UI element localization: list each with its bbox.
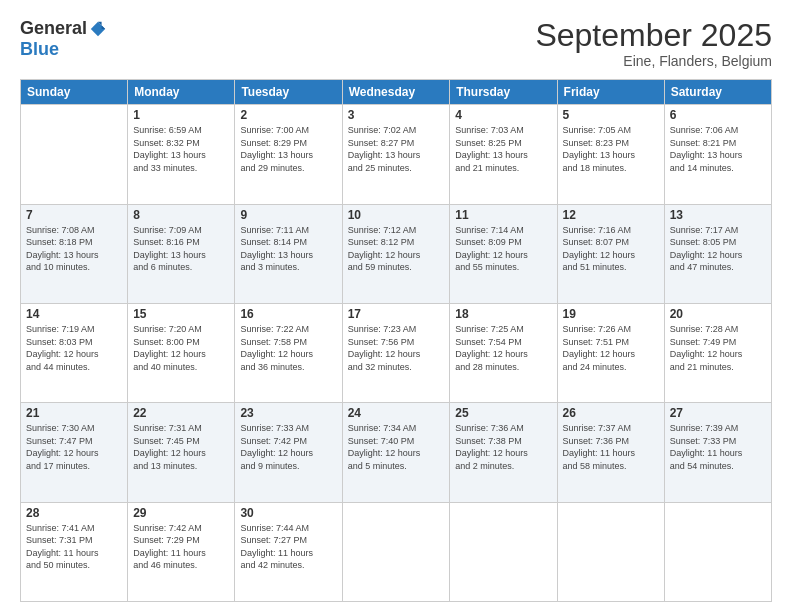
day-cell: 15Sunrise: 7:20 AM Sunset: 8:00 PM Dayli… <box>128 303 235 402</box>
day-cell: 29Sunrise: 7:42 AM Sunset: 7:29 PM Dayli… <box>128 502 235 601</box>
day-cell: 23Sunrise: 7:33 AM Sunset: 7:42 PM Dayli… <box>235 403 342 502</box>
day-number: 21 <box>26 406 122 420</box>
day-cell: 11Sunrise: 7:14 AM Sunset: 8:09 PM Dayli… <box>450 204 557 303</box>
day-number: 11 <box>455 208 551 222</box>
day-number: 1 <box>133 108 229 122</box>
day-info: Sunrise: 7:23 AM Sunset: 7:56 PM Dayligh… <box>348 323 445 373</box>
day-number: 3 <box>348 108 445 122</box>
day-number: 29 <box>133 506 229 520</box>
day-cell <box>664 502 771 601</box>
day-info: Sunrise: 7:41 AM Sunset: 7:31 PM Dayligh… <box>26 522 122 572</box>
day-number: 25 <box>455 406 551 420</box>
week-row-1: 1Sunrise: 6:59 AM Sunset: 8:32 PM Daylig… <box>21 105 772 204</box>
day-cell: 18Sunrise: 7:25 AM Sunset: 7:54 PM Dayli… <box>450 303 557 402</box>
day-info: Sunrise: 7:16 AM Sunset: 8:07 PM Dayligh… <box>563 224 659 274</box>
day-number: 26 <box>563 406 659 420</box>
title-block: September 2025 Eine, Flanders, Belgium <box>535 18 772 69</box>
day-info: Sunrise: 7:22 AM Sunset: 7:58 PM Dayligh… <box>240 323 336 373</box>
day-cell: 28Sunrise: 7:41 AM Sunset: 7:31 PM Dayli… <box>21 502 128 601</box>
logo: General Blue <box>20 18 107 60</box>
day-cell: 7Sunrise: 7:08 AM Sunset: 8:18 PM Daylig… <box>21 204 128 303</box>
col-saturday: Saturday <box>664 80 771 105</box>
logo-icon <box>89 20 107 38</box>
week-row-5: 28Sunrise: 7:41 AM Sunset: 7:31 PM Dayli… <box>21 502 772 601</box>
week-row-2: 7Sunrise: 7:08 AM Sunset: 8:18 PM Daylig… <box>21 204 772 303</box>
day-number: 6 <box>670 108 766 122</box>
week-row-3: 14Sunrise: 7:19 AM Sunset: 8:03 PM Dayli… <box>21 303 772 402</box>
day-info: Sunrise: 7:31 AM Sunset: 7:45 PM Dayligh… <box>133 422 229 472</box>
day-cell: 1Sunrise: 6:59 AM Sunset: 8:32 PM Daylig… <box>128 105 235 204</box>
day-info: Sunrise: 7:33 AM Sunset: 7:42 PM Dayligh… <box>240 422 336 472</box>
day-info: Sunrise: 7:06 AM Sunset: 8:21 PM Dayligh… <box>670 124 766 174</box>
day-cell: 5Sunrise: 7:05 AM Sunset: 8:23 PM Daylig… <box>557 105 664 204</box>
day-info: Sunrise: 7:05 AM Sunset: 8:23 PM Dayligh… <box>563 124 659 174</box>
day-number: 12 <box>563 208 659 222</box>
day-cell: 25Sunrise: 7:36 AM Sunset: 7:38 PM Dayli… <box>450 403 557 502</box>
day-cell: 4Sunrise: 7:03 AM Sunset: 8:25 PM Daylig… <box>450 105 557 204</box>
col-monday: Monday <box>128 80 235 105</box>
week-row-4: 21Sunrise: 7:30 AM Sunset: 7:47 PM Dayli… <box>21 403 772 502</box>
day-cell: 22Sunrise: 7:31 AM Sunset: 7:45 PM Dayli… <box>128 403 235 502</box>
day-info: Sunrise: 7:03 AM Sunset: 8:25 PM Dayligh… <box>455 124 551 174</box>
day-cell: 10Sunrise: 7:12 AM Sunset: 8:12 PM Dayli… <box>342 204 450 303</box>
day-cell: 17Sunrise: 7:23 AM Sunset: 7:56 PM Dayli… <box>342 303 450 402</box>
col-friday: Friday <box>557 80 664 105</box>
day-number: 20 <box>670 307 766 321</box>
day-number: 2 <box>240 108 336 122</box>
day-number: 7 <box>26 208 122 222</box>
day-info: Sunrise: 7:37 AM Sunset: 7:36 PM Dayligh… <box>563 422 659 472</box>
day-info: Sunrise: 7:17 AM Sunset: 8:05 PM Dayligh… <box>670 224 766 274</box>
day-cell: 6Sunrise: 7:06 AM Sunset: 8:21 PM Daylig… <box>664 105 771 204</box>
day-cell: 24Sunrise: 7:34 AM Sunset: 7:40 PM Dayli… <box>342 403 450 502</box>
day-info: Sunrise: 7:30 AM Sunset: 7:47 PM Dayligh… <box>26 422 122 472</box>
day-cell: 14Sunrise: 7:19 AM Sunset: 8:03 PM Dayli… <box>21 303 128 402</box>
day-cell: 8Sunrise: 7:09 AM Sunset: 8:16 PM Daylig… <box>128 204 235 303</box>
day-cell: 19Sunrise: 7:26 AM Sunset: 7:51 PM Dayli… <box>557 303 664 402</box>
day-cell: 30Sunrise: 7:44 AM Sunset: 7:27 PM Dayli… <box>235 502 342 601</box>
day-number: 22 <box>133 406 229 420</box>
page: General Blue September 2025 Eine, Flande… <box>0 0 792 612</box>
day-number: 28 <box>26 506 122 520</box>
day-info: Sunrise: 7:34 AM Sunset: 7:40 PM Dayligh… <box>348 422 445 472</box>
day-cell: 21Sunrise: 7:30 AM Sunset: 7:47 PM Dayli… <box>21 403 128 502</box>
calendar-header-row: Sunday Monday Tuesday Wednesday Thursday… <box>21 80 772 105</box>
day-info: Sunrise: 6:59 AM Sunset: 8:32 PM Dayligh… <box>133 124 229 174</box>
day-info: Sunrise: 7:14 AM Sunset: 8:09 PM Dayligh… <box>455 224 551 274</box>
day-info: Sunrise: 7:19 AM Sunset: 8:03 PM Dayligh… <box>26 323 122 373</box>
day-cell: 16Sunrise: 7:22 AM Sunset: 7:58 PM Dayli… <box>235 303 342 402</box>
day-cell: 12Sunrise: 7:16 AM Sunset: 8:07 PM Dayli… <box>557 204 664 303</box>
day-number: 30 <box>240 506 336 520</box>
col-tuesday: Tuesday <box>235 80 342 105</box>
day-number: 24 <box>348 406 445 420</box>
day-info: Sunrise: 7:36 AM Sunset: 7:38 PM Dayligh… <box>455 422 551 472</box>
day-number: 23 <box>240 406 336 420</box>
location: Eine, Flanders, Belgium <box>535 53 772 69</box>
day-info: Sunrise: 7:28 AM Sunset: 7:49 PM Dayligh… <box>670 323 766 373</box>
day-info: Sunrise: 7:26 AM Sunset: 7:51 PM Dayligh… <box>563 323 659 373</box>
day-cell <box>21 105 128 204</box>
day-info: Sunrise: 7:08 AM Sunset: 8:18 PM Dayligh… <box>26 224 122 274</box>
day-number: 8 <box>133 208 229 222</box>
day-number: 13 <box>670 208 766 222</box>
day-cell: 20Sunrise: 7:28 AM Sunset: 7:49 PM Dayli… <box>664 303 771 402</box>
logo-blue-text: Blue <box>20 39 59 60</box>
day-number: 10 <box>348 208 445 222</box>
day-number: 16 <box>240 307 336 321</box>
day-number: 5 <box>563 108 659 122</box>
day-info: Sunrise: 7:00 AM Sunset: 8:29 PM Dayligh… <box>240 124 336 174</box>
col-thursday: Thursday <box>450 80 557 105</box>
day-info: Sunrise: 7:02 AM Sunset: 8:27 PM Dayligh… <box>348 124 445 174</box>
day-info: Sunrise: 7:11 AM Sunset: 8:14 PM Dayligh… <box>240 224 336 274</box>
day-cell <box>342 502 450 601</box>
day-info: Sunrise: 7:42 AM Sunset: 7:29 PM Dayligh… <box>133 522 229 572</box>
day-info: Sunrise: 7:09 AM Sunset: 8:16 PM Dayligh… <box>133 224 229 274</box>
day-info: Sunrise: 7:39 AM Sunset: 7:33 PM Dayligh… <box>670 422 766 472</box>
day-cell <box>450 502 557 601</box>
day-info: Sunrise: 7:25 AM Sunset: 7:54 PM Dayligh… <box>455 323 551 373</box>
col-sunday: Sunday <box>21 80 128 105</box>
day-number: 18 <box>455 307 551 321</box>
day-number: 27 <box>670 406 766 420</box>
day-cell: 13Sunrise: 7:17 AM Sunset: 8:05 PM Dayli… <box>664 204 771 303</box>
day-info: Sunrise: 7:20 AM Sunset: 8:00 PM Dayligh… <box>133 323 229 373</box>
day-number: 15 <box>133 307 229 321</box>
